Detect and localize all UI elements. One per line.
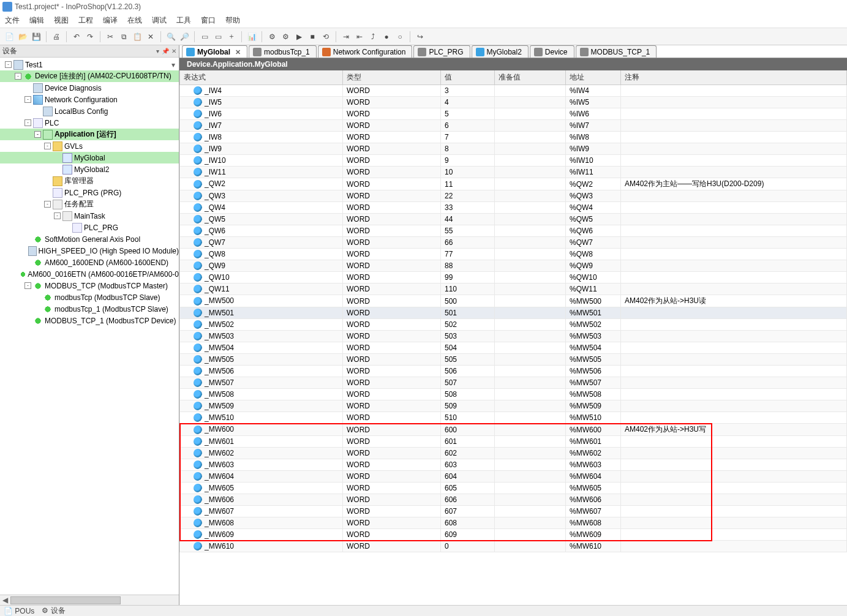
cell-type[interactable]: WORD (343, 331, 441, 342)
cell-val[interactable]: 4 (441, 97, 495, 108)
cell-type[interactable]: WORD (343, 529, 441, 541)
table-row[interactable]: _MW610WORD0%MW610 (180, 541, 847, 552)
cell-val[interactable]: 510 (441, 412, 495, 424)
cell-prep[interactable] (495, 354, 566, 366)
cell-addr[interactable]: %MW509 (566, 400, 621, 412)
cell-prep[interactable] (495, 225, 566, 237)
cell-type[interactable]: WORD (343, 342, 441, 354)
cell-type[interactable]: WORD (343, 249, 441, 260)
tree-toggle-icon[interactable]: - (34, 131, 41, 138)
status-devices[interactable]: ⚙ 设备 (42, 606, 65, 616)
step-in-icon[interactable]: ⇥ (341, 31, 352, 42)
cell-type[interactable]: WORD (343, 214, 441, 225)
cell-addr[interactable]: %QW9 (566, 260, 621, 272)
cell-addr[interactable]: %MW506 (566, 366, 621, 377)
table-row[interactable]: _MW607WORD607%MW607 (180, 506, 847, 517)
tree-toggle-icon[interactable]: - (24, 119, 31, 126)
table-row[interactable]: _IW5WORD4%IW5 (180, 97, 847, 108)
cell-type[interactable]: WORD (343, 202, 441, 214)
cell-comment[interactable] (621, 307, 847, 319)
cell-addr[interactable]: %IW8 (566, 132, 621, 143)
tree-node[interactable]: -PLC (0, 117, 179, 129)
table-row[interactable]: _MW501WORD501%MW501 (180, 307, 847, 319)
tree-node[interactable]: -Network Configuration (0, 94, 179, 105)
col-header[interactable]: 地址 (566, 70, 621, 85)
cell-comment[interactable] (621, 436, 847, 448)
table-row[interactable]: _MW500WORD500%MW500AM402作为从站->H3U读 (180, 295, 847, 307)
cell-comment[interactable] (621, 143, 847, 155)
find-icon[interactable]: 🔍 (165, 31, 176, 42)
cell-prep[interactable] (495, 237, 566, 249)
cell-prep[interactable] (495, 214, 566, 225)
col-header[interactable]: 表达式 (180, 70, 343, 85)
cell-comment[interactable] (621, 202, 847, 214)
cell-val[interactable]: 504 (441, 342, 495, 354)
table-row[interactable]: _QW5WORD44%QW5 (180, 214, 847, 225)
pane-close-icon[interactable]: ✕ (171, 48, 176, 54)
cell-prep[interactable] (495, 400, 566, 412)
redo-icon[interactable]: ↷ (85, 31, 96, 42)
cell-type[interactable]: WORD (343, 506, 441, 517)
table-row[interactable]: _QW6WORD55%QW6 (180, 225, 847, 237)
cell-val[interactable]: 503 (441, 331, 495, 342)
cell-addr[interactable]: %MW602 (566, 448, 621, 459)
cell-type[interactable]: WORD (343, 494, 441, 506)
cell-type[interactable]: WORD (343, 178, 441, 190)
table-row[interactable]: _QW10WORD99%QW10 (180, 272, 847, 284)
tree-dropdown-icon[interactable]: ▾ (171, 61, 175, 69)
menu-窗口[interactable]: 窗口 (201, 15, 216, 26)
cell-addr[interactable]: %IW4 (566, 85, 621, 97)
cell-val[interactable]: 509 (441, 400, 495, 412)
tab-MODBUS_TCP_1[interactable]: MODBUS_TCP_1 (576, 45, 657, 58)
cell-type[interactable]: WORD (343, 155, 441, 167)
cell-comment[interactable] (621, 85, 847, 97)
cell-prep[interactable] (495, 143, 566, 155)
cell-val[interactable]: 3 (441, 85, 495, 97)
tree-node[interactable]: -任务配置 (0, 198, 179, 210)
cell-comment[interactable] (621, 506, 847, 517)
tree-toggle-icon[interactable]: - (24, 96, 31, 103)
cell-type[interactable]: WORD (343, 307, 441, 319)
cell-comment[interactable] (621, 342, 847, 354)
cell-val[interactable]: 55 (441, 225, 495, 237)
cell-val[interactable]: 505 (441, 354, 495, 366)
cell-prep[interactable] (495, 108, 566, 120)
table-row[interactable]: _MW503WORD503%MW503 (180, 331, 847, 342)
cell-comment[interactable] (621, 483, 847, 494)
pane-dropdown-icon[interactable]: ▾ (156, 48, 159, 54)
cell-addr[interactable]: %MW610 (566, 541, 621, 552)
cell-comment[interactable] (621, 319, 847, 331)
cell-comment[interactable] (621, 471, 847, 483)
table-row[interactable]: _MW600WORD600%MW600AM402作为从站->H3U写 (180, 424, 847, 436)
cell-type[interactable]: WORD (343, 366, 441, 377)
cell-type[interactable]: WORD (343, 97, 441, 108)
cell-comment[interactable] (621, 331, 847, 342)
cell-type[interactable]: WORD (343, 483, 441, 494)
table-row[interactable]: _MW508WORD508%MW508 (180, 389, 847, 400)
cell-comment[interactable] (621, 237, 847, 249)
cell-val[interactable]: 604 (441, 471, 495, 483)
cell-val[interactable]: 0 (441, 541, 495, 552)
cell-comment[interactable] (621, 167, 847, 178)
cell-prep[interactable] (495, 307, 566, 319)
table-row[interactable]: _QW4WORD33%QW4 (180, 202, 847, 214)
table-row[interactable]: _IW9WORD8%IW9 (180, 143, 847, 155)
table-row[interactable]: _IW7WORD6%IW7 (180, 120, 847, 132)
cell-addr[interactable]: %MW603 (566, 459, 621, 471)
cell-type[interactable]: WORD (343, 517, 441, 529)
cell-val[interactable]: 607 (441, 506, 495, 517)
cell-val[interactable]: 5 (441, 108, 495, 120)
cell-val[interactable]: 66 (441, 237, 495, 249)
tree-node[interactable]: AM600_1600END (AM600-1600END) (0, 257, 179, 268)
cell-val[interactable]: 501 (441, 307, 495, 319)
table-row[interactable]: _QW7WORD66%QW7 (180, 237, 847, 249)
cell-type[interactable]: WORD (343, 260, 441, 272)
tree-node[interactable]: modbusTcp (ModbusTCP Slave) (0, 291, 179, 303)
cell-type[interactable]: WORD (343, 319, 441, 331)
table-row[interactable]: _MW506WORD506%MW506 (180, 366, 847, 377)
cell-type[interactable]: WORD (343, 295, 441, 307)
cell-prep[interactable] (495, 366, 566, 377)
logout-icon[interactable]: ↪ (415, 31, 426, 42)
cell-prep[interactable] (495, 541, 566, 552)
cell-comment[interactable] (621, 541, 847, 552)
